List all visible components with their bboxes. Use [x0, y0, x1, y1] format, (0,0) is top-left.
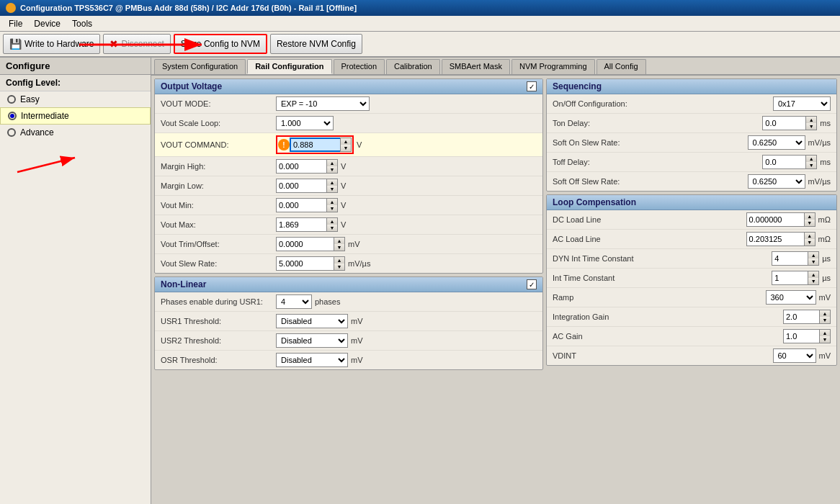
- vout-min-input[interactable]: [276, 198, 326, 212]
- tab-all-config[interactable]: All Config: [597, 59, 646, 74]
- soft-on-select[interactable]: 0.6250: [748, 135, 805, 150]
- dyn-int-down[interactable]: ▼: [808, 258, 818, 265]
- vdint-select[interactable]: 60: [773, 348, 816, 363]
- vout-command-input[interactable]: [290, 138, 340, 152]
- radio-advance[interactable]: [7, 128, 16, 137]
- dyn-int-up[interactable]: ▲: [808, 252, 818, 258]
- vdint-control: 60 mV: [668, 348, 831, 363]
- ac-gain-spinner: ▲ ▼: [783, 329, 831, 343]
- store-nvm-button[interactable]: Store Config to NVM: [174, 34, 267, 54]
- toff-input[interactable]: [762, 155, 805, 169]
- vout-max-spinner-buttons: ▲ ▼: [326, 217, 338, 232]
- int-time-up[interactable]: ▲: [808, 271, 818, 278]
- vout-max-down[interactable]: ▼: [327, 225, 337, 231]
- tab-system-config[interactable]: System Configuration: [154, 59, 246, 74]
- vout-scale-select[interactable]: 1.000: [276, 116, 334, 130]
- ton-down[interactable]: ▼: [806, 123, 816, 130]
- soft-off-select[interactable]: 0.6250: [748, 174, 805, 189]
- ton-up[interactable]: ▲: [806, 117, 816, 123]
- output-voltage-header: Output Voltage: [155, 79, 542, 94]
- output-voltage-checkbox[interactable]: [527, 81, 537, 91]
- ton-input[interactable]: [762, 116, 805, 130]
- int-gain-down[interactable]: ▼: [820, 317, 830, 323]
- disconnect-button[interactable]: ✖ Disconnect: [103, 34, 170, 54]
- vout-mode-select[interactable]: EXP = -10: [276, 96, 370, 111]
- vout-slew-up[interactable]: ▲: [334, 257, 344, 264]
- sequencing-header: Sequencing: [547, 79, 836, 94]
- ac-load-up[interactable]: ▲: [805, 233, 815, 239]
- config-option-advance[interactable]: Advance: [0, 125, 151, 140]
- margin-high-up[interactable]: ▲: [327, 160, 337, 166]
- vout-max-up[interactable]: ▲: [327, 218, 337, 225]
- osr-select[interactable]: Disabled: [276, 353, 348, 367]
- menu-tools[interactable]: Tools: [66, 17, 98, 30]
- int-gain-up[interactable]: ▲: [820, 310, 830, 317]
- ac-gain-input[interactable]: [783, 329, 819, 343]
- menu-file[interactable]: File: [3, 17, 28, 30]
- ac-load-spinner: ▲ ▼: [746, 232, 816, 246]
- tab-nvm[interactable]: NVM Programming: [511, 59, 595, 74]
- vout-trim-input[interactable]: [276, 237, 334, 251]
- config-option-intermediate[interactable]: Intermediate: [0, 107, 151, 125]
- toff-up[interactable]: ▲: [806, 156, 816, 162]
- ramp-select[interactable]: 360: [766, 290, 816, 305]
- margin-low-up[interactable]: ▲: [327, 179, 337, 186]
- usr1-select[interactable]: Disabled: [276, 314, 348, 328]
- toff-down[interactable]: ▼: [806, 162, 816, 168]
- phases-select[interactable]: 4: [276, 294, 312, 309]
- vout-min-down[interactable]: ▼: [327, 205, 337, 212]
- vout-command-down[interactable]: ▼: [341, 145, 351, 151]
- ac-gain-up[interactable]: ▲: [820, 330, 830, 336]
- menu-device[interactable]: Device: [28, 17, 66, 30]
- vout-min-up[interactable]: ▲: [327, 199, 337, 205]
- margin-low-input[interactable]: [276, 179, 326, 193]
- config-option-easy[interactable]: Easy: [0, 91, 151, 107]
- radio-intermediate[interactable]: [8, 112, 17, 120]
- radio-easy[interactable]: [7, 95, 16, 104]
- vout-slew-input[interactable]: [276, 256, 334, 271]
- vout-command-unit: V: [357, 140, 362, 149]
- vout-min-unit: V: [341, 201, 346, 210]
- vout-trim-up[interactable]: ▲: [334, 238, 344, 244]
- vout-slew-down[interactable]: ▼: [334, 264, 344, 270]
- vout-command-up[interactable]: ▲: [341, 138, 351, 145]
- main-content: Configure Config Level: Easy Intermediat…: [0, 58, 840, 504]
- vout-max-input[interactable]: [276, 217, 326, 232]
- ac-load-label: AC Load Line: [553, 235, 668, 243]
- vout-min-control: ▲ ▼ V: [276, 198, 537, 212]
- write-hw-button[interactable]: 💾 Write to Hardware: [3, 34, 100, 54]
- loop-compensation-title: Loop Compensation: [553, 197, 636, 207]
- panels-container: Output Voltage VOUT MODE: EXP = -10: [151, 76, 840, 504]
- int-gain-input[interactable]: [783, 310, 819, 324]
- restore-nvm-button[interactable]: Restore NVM Config: [270, 34, 362, 54]
- margin-high-input[interactable]: [276, 159, 326, 174]
- tab-rail-config[interactable]: Rail Configuration: [247, 59, 331, 74]
- margin-high-down[interactable]: ▼: [327, 166, 337, 173]
- dyn-int-input[interactable]: [772, 251, 808, 266]
- int-time-input[interactable]: [772, 271, 808, 285]
- ac-gain-down[interactable]: ▼: [820, 336, 830, 343]
- osr-label: OSR Threshold:: [161, 356, 276, 364]
- dc-load-down[interactable]: ▼: [805, 220, 815, 226]
- ac-load-down[interactable]: ▼: [805, 239, 815, 246]
- dc-load-up[interactable]: ▲: [805, 213, 815, 220]
- onoff-select[interactable]: 0x17: [773, 96, 831, 111]
- loop-compensation-panel: Loop Compensation DC Load Line ▲ ▼: [546, 194, 837, 366]
- dc-load-input[interactable]: [746, 212, 804, 227]
- tab-smbalert[interactable]: SMBAert Mask: [442, 59, 510, 74]
- int-gain-row: Integration Gain ▲ ▼: [547, 307, 836, 327]
- usr2-unit: mV: [351, 336, 363, 345]
- vout-trim-down[interactable]: ▼: [334, 244, 344, 251]
- sequencing-title: Sequencing: [553, 81, 602, 91]
- vdint-label: VDINT: [553, 351, 668, 360]
- dyn-int-label: DYN Int Time Constant: [553, 254, 668, 263]
- ac-load-input[interactable]: [746, 232, 804, 246]
- margin-low-down[interactable]: ▼: [327, 186, 337, 192]
- nonlinear-checkbox[interactable]: [527, 279, 537, 289]
- vout-scale-label: Vout Scale Loop:: [161, 119, 276, 127]
- tab-protection[interactable]: Protection: [334, 59, 385, 74]
- int-time-down[interactable]: ▼: [808, 278, 818, 284]
- margin-high-control: ▲ ▼ V: [276, 159, 537, 174]
- tab-calibration[interactable]: Calibration: [386, 59, 440, 74]
- usr2-select[interactable]: Disabled: [276, 333, 348, 348]
